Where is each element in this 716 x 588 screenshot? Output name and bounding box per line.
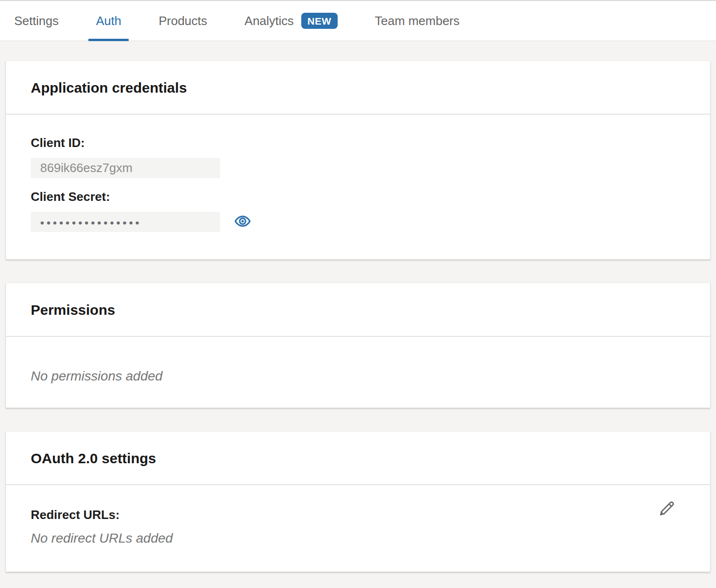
page-content: Application credentials Client ID: Clien…	[0, 41, 716, 572]
reveal-secret-button[interactable]	[234, 214, 251, 231]
application-credentials-title: Application credentials	[6, 61, 710, 114]
client-id-label: Client ID:	[31, 136, 685, 150]
permissions-body: No permissions added	[6, 336, 710, 407]
edit-redirect-urls-button[interactable]	[657, 499, 677, 519]
client-id-field[interactable]	[31, 158, 220, 178]
tab-analytics-label: Analytics	[244, 14, 294, 28]
permissions-title: Permissions	[6, 283, 710, 336]
oauth-settings-body: Redirect URLs: No redirect URLs added	[6, 484, 710, 571]
oauth-settings-title: OAuth 2.0 settings	[6, 432, 710, 484]
tab-settings[interactable]: Settings	[7, 1, 66, 41]
tab-products-label: Products	[158, 14, 207, 28]
client-secret-field[interactable]	[31, 212, 220, 232]
tab-auth[interactable]: Auth	[88, 1, 129, 41]
tab-analytics[interactable]: Analytics NEW	[237, 1, 345, 41]
tab-team-members[interactable]: Team members	[367, 1, 467, 41]
tab-settings-label: Settings	[14, 14, 59, 28]
tab-auth-label: Auth	[96, 14, 122, 28]
tab-bar: Settings Auth Products Analytics NEW Tea…	[0, 0, 716, 41]
new-badge: NEW	[301, 13, 338, 29]
eye-icon	[234, 213, 251, 231]
client-secret-row	[31, 212, 685, 232]
oauth-settings-card: OAuth 2.0 settings Redirect URLs: No red…	[6, 431, 710, 572]
pencil-icon	[657, 499, 676, 519]
redirect-urls-label: Redirect URLs:	[31, 508, 685, 522]
no-redirect-urls-text: No redirect URLs added	[31, 531, 685, 546]
tab-team-members-label: Team members	[375, 14, 460, 28]
client-secret-label: Client Secret:	[31, 190, 685, 204]
application-credentials-body: Client ID: Client Secret:	[6, 114, 710, 259]
application-credentials-card: Application credentials Client ID: Clien…	[6, 61, 710, 259]
permissions-card: Permissions No permissions added	[6, 283, 710, 408]
tab-products[interactable]: Products	[151, 1, 215, 41]
no-permissions-text: No permissions added	[31, 369, 685, 384]
